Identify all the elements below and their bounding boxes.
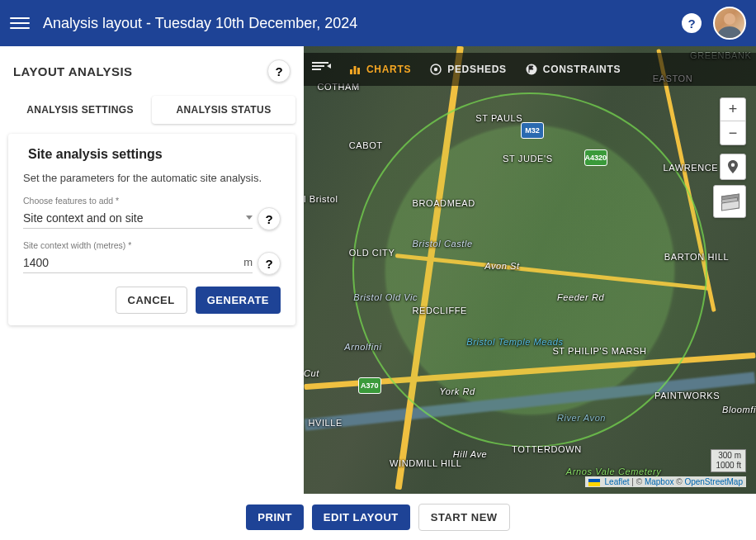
place-label: Bristol Temple Meads <box>466 337 563 347</box>
width-input-wrap: m <box>23 254 253 273</box>
place-label: HVILLE <box>308 418 343 428</box>
scale-imperial: 1000 ft <box>716 461 741 471</box>
card-description: Set the parameters for the automatic sit… <box>23 172 281 184</box>
place-label: Feeder Rd <box>557 292 604 302</box>
place-label: WINDMILL HILL <box>390 458 461 468</box>
side-panel: LAYOUT ANALYSIS ? ANALYSIS SETTINGS ANAL… <box>0 46 304 494</box>
map-area[interactable]: M32 A4320 A370 COTHAM ST PAULS EASTON GR… <box>304 46 756 494</box>
osm-link[interactable]: OpenStreetMap <box>684 477 743 486</box>
features-help-icon[interactable]: ? <box>258 207 281 230</box>
place-label: Bristol Castle <box>413 239 473 249</box>
pedsheds-tab[interactable]: PEDSHEDS <box>429 63 507 76</box>
map-attribution: Leaflet | © Mapbox © OpenStreetMap <box>585 476 746 487</box>
constraints-label: CONSTRAINTS <box>543 64 621 75</box>
place-label: ST PAULS <box>475 113 522 123</box>
features-label: Choose features to add * <box>23 196 281 206</box>
layers-button[interactable] <box>713 185 746 218</box>
pedsheds-label: PEDSHEDS <box>447 64 507 75</box>
panel-title: LAYOUT ANALYSIS <box>13 64 132 78</box>
place-label: River Avon <box>557 413 606 423</box>
place-label: ST PHILIP'S MARSH <box>552 346 646 356</box>
start-new-button[interactable]: START NEW <box>418 504 510 531</box>
constraints-tab[interactable]: CONSTRAINTS <box>525 63 621 76</box>
width-unit: m <box>243 256 253 268</box>
place-label: Bloomfi <box>722 405 756 414</box>
features-select[interactable]: Site context and on site <box>23 210 253 229</box>
place-label: REDCLIFFE <box>413 306 468 315</box>
location-pin-icon <box>728 160 738 173</box>
map-toolbar: CHARTS PEDSHEDS CONSTRAINTS <box>304 53 756 86</box>
card-heading: Site analysis settings <box>23 147 281 162</box>
chevron-down-icon <box>246 216 253 220</box>
avatar[interactable] <box>713 7 746 40</box>
svg-rect-1 <box>354 66 357 74</box>
target-icon <box>429 63 442 76</box>
tabs-row: ANALYSIS SETTINGS ANALYSIS STATUS <box>8 96 295 124</box>
place-label: Arnos Vale Cemetery <box>566 467 662 476</box>
place-label: York Rd <box>439 386 475 396</box>
place-label: BROADMEAD <box>413 198 475 208</box>
width-label: Site context width (metres) * <box>23 240 281 250</box>
place-label: TOTTERDOWN <box>512 444 582 454</box>
help-icon[interactable]: ? <box>682 13 702 33</box>
svg-rect-0 <box>350 69 352 74</box>
tab-analysis-settings[interactable]: ANALYSIS SETTINGS <box>8 96 152 124</box>
place-label: ST JUDE'S <box>503 154 552 163</box>
scale-metric: 300 m <box>716 451 741 461</box>
settings-card: Site analysis settings Set the parameter… <box>8 134 295 325</box>
place-label: CABOT <box>349 140 383 150</box>
place-label: PAINTWORKS <box>654 391 720 400</box>
road-shield-a370: A370 <box>358 377 381 394</box>
svg-point-4 <box>434 68 437 71</box>
road-shield-m32: M32 <box>521 122 544 139</box>
location-button[interactable] <box>720 154 746 180</box>
features-value: Site context and on site <box>23 211 144 225</box>
print-button[interactable]: PRINT <box>246 504 304 530</box>
place-label: Avon St <box>484 261 520 271</box>
footer-bar: PRINT EDIT LAYOUT START NEW <box>0 494 756 540</box>
mapbox-link[interactable]: Mapbox <box>645 477 674 486</box>
bar-chart-icon <box>348 63 361 76</box>
map-background: M32 A4320 A370 COTHAM ST PAULS EASTON GR… <box>304 46 756 494</box>
edit-layout-button[interactable]: EDIT LAYOUT <box>312 504 410 530</box>
flag-icon <box>525 63 538 76</box>
ukraine-flag-icon <box>588 479 600 486</box>
charts-tab[interactable]: CHARTS <box>348 63 411 76</box>
place-label: l Bristol <box>304 194 338 204</box>
cancel-button[interactable]: CANCEL <box>116 287 187 314</box>
app-bar: Analysis layout - Tuesday 10th December,… <box>0 0 756 46</box>
scale-control: 300 m 1000 ft <box>711 449 746 472</box>
place-label: Bristol Old Vic <box>353 292 418 302</box>
width-help-icon[interactable]: ? <box>258 252 281 275</box>
generate-button[interactable]: GENERATE <box>196 287 281 314</box>
width-input[interactable] <box>23 256 240 269</box>
menu-icon[interactable] <box>10 13 30 33</box>
leaflet-link[interactable]: Leaflet <box>602 477 630 486</box>
panel-help-icon[interactable]: ? <box>267 59 291 83</box>
place-label: Cut <box>304 368 319 378</box>
charts-label: CHARTS <box>366 64 411 75</box>
place-label: BARTON HILL <box>664 252 729 262</box>
place-label: Arnolfini <box>344 342 381 352</box>
svg-rect-2 <box>357 68 360 74</box>
zoom-out-button[interactable]: − <box>721 121 745 144</box>
tab-analysis-status[interactable]: ANALYSIS STATUS <box>152 96 295 124</box>
road-shield-a4320: A4320 <box>584 149 607 166</box>
place-label: Hill Ave <box>453 449 487 459</box>
page-title: Analysis layout - Tuesday 10th December,… <box>43 15 682 32</box>
legend-collapse-icon[interactable] <box>312 62 330 77</box>
zoom-control: + − <box>720 97 746 145</box>
zoom-in-button[interactable]: + <box>721 98 745 121</box>
place-label: OLD CITY <box>349 248 395 258</box>
layers-icon <box>721 195 738 208</box>
